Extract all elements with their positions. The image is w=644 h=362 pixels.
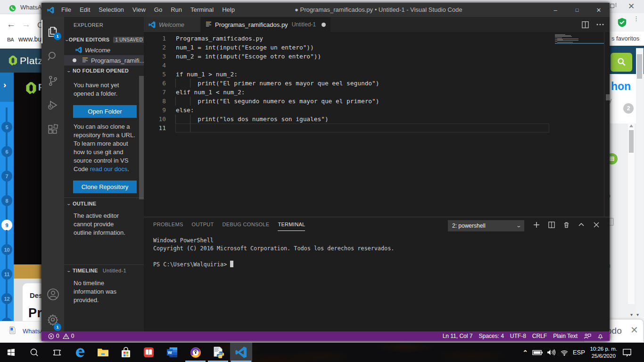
menu-run[interactable]: Run: [166, 3, 186, 17]
kill-terminal-trash-icon[interactable]: [563, 222, 570, 228]
lesson-step-8[interactable]: 8: [1, 195, 12, 206]
account-icon[interactable]: [41, 282, 64, 306]
new-terminal-icon[interactable]: [533, 222, 540, 228]
panel-tab-problems[interactable]: PROBLEMS: [153, 217, 183, 232]
dropdown-arrows-icon[interactable]: ▾▾: [630, 312, 643, 317]
open-editor-welcome[interactable]: Welcome: [64, 45, 144, 55]
rail-expand-chevron-icon[interactable]: ›: [3, 80, 6, 90]
extensions-view-icon[interactable]: [41, 117, 64, 142]
timeline-header[interactable]: ⌄ TIMELINE Untitled-1: [64, 264, 144, 276]
menu-go[interactable]: Go: [150, 3, 166, 17]
scroll-up-arrow-icon[interactable]: [629, 124, 633, 127]
tray-expand-icon[interactable]: ⌃: [522, 349, 528, 356]
terminal-selector[interactable]: 2: powershell ⌄: [448, 220, 524, 231]
source-control-view-icon[interactable]: [41, 68, 64, 93]
lesson-step-12[interactable]: 12: [1, 293, 12, 304]
bookmark-label[interactable]: s favoritos: [611, 35, 639, 42]
split-terminal-icon[interactable]: [548, 222, 555, 228]
forward-arrow-icon[interactable]: →: [22, 21, 30, 28]
tab-dirty-dot-icon[interactable]: [322, 23, 326, 27]
settings-gear-icon[interactable]: 1: [41, 307, 64, 332]
browser-menu-icon[interactable]: ⋮: [633, 17, 639, 20]
lesson-step-10[interactable]: 10: [1, 244, 12, 255]
platzi-brand-text[interactable]: Platz: [20, 55, 43, 66]
taskbar-store-button[interactable]: [115, 343, 137, 362]
lesson-step-7[interactable]: 7: [1, 171, 12, 181]
close-window-icon[interactable]: ✕: [628, 1, 635, 11]
minimap[interactable]: [554, 32, 604, 217]
no-folder-header[interactable]: ⌄ NO FOLDER OPENED: [64, 66, 144, 76]
popup-close-icon[interactable]: ✕: [630, 324, 638, 336]
code-editor[interactable]: 1Programas_ramificados.py2num_1 = int(in…: [144, 32, 610, 217]
open-editor-file[interactable]: Programas_ramifi...: [64, 55, 144, 66]
split-editor-icon[interactable]: [582, 21, 589, 28]
language-indicator[interactable]: ESP: [573, 349, 585, 356]
taskbar-explorer-button[interactable]: [92, 343, 114, 362]
clone-repository-button[interactable]: Clone Repository: [73, 181, 137, 193]
feedback-icon[interactable]: [584, 333, 591, 339]
open-editors-header[interactable]: ⌄ OPEN EDITORS 1 UNSAVED: [64, 34, 144, 45]
tab-welcome[interactable]: Welcome: [144, 17, 200, 32]
run-debug-view-icon[interactable]: [41, 93, 64, 117]
terminal-output[interactable]: Windows PowerShell Copyright (C) 2016 Mi…: [153, 237, 394, 269]
cursor-position[interactable]: Ln 11, Col 7: [443, 333, 473, 339]
menu-selection[interactable]: Selection: [94, 3, 128, 17]
language-mode[interactable]: Plain Text: [553, 333, 578, 339]
search-button[interactable]: [611, 53, 632, 72]
menu-file[interactable]: File: [57, 3, 75, 17]
open-folder-button[interactable]: Open Folder: [73, 105, 137, 118]
lesson-step-11[interactable]: 11: [1, 269, 12, 280]
close-button[interactable]: ✕: [588, 3, 610, 17]
explorer-view-icon[interactable]: 1: [41, 19, 64, 44]
search-view-icon[interactable]: [41, 44, 64, 68]
taskbar-avast-button[interactable]: [184, 343, 206, 362]
tab-active-file[interactable]: Programas_ramificados.py Untitled-1: [201, 17, 330, 32]
taskbar-python-button[interactable]: [207, 343, 229, 362]
notifications-bell-icon[interactable]: [597, 333, 603, 339]
adblock-shield-icon[interactable]: [617, 17, 627, 27]
minimize-button[interactable]: –: [545, 3, 566, 17]
card-tab-label[interactable]: Des: [30, 291, 42, 299]
panel-tab-terminal[interactable]: TERMINAL: [278, 217, 305, 232]
menu-help[interactable]: Help: [218, 3, 239, 17]
lesson-step-5[interactable]: 5: [1, 122, 12, 132]
battery-icon[interactable]: [532, 350, 543, 355]
vscode-titlebar[interactable]: FileEditSelectionViewGoRunTerminalHelp ●…: [41, 3, 610, 17]
more-actions-icon[interactable]: [596, 24, 604, 25]
taskbar-search-button[interactable]: [23, 343, 45, 362]
taskbar-edge-button[interactable]: [69, 343, 91, 362]
course-title-fragment[interactable]: hon: [611, 80, 631, 93]
taskbar-start-button[interactable]: [0, 343, 22, 362]
page-scrollbar[interactable]: [636, 48, 644, 343]
panel-tab-output[interactable]: OUTPUT: [192, 217, 214, 232]
maximize-panel-icon[interactable]: [578, 222, 585, 228]
menu-view[interactable]: View: [128, 3, 150, 17]
encoding[interactable]: UTF-8: [510, 333, 526, 339]
back-arrow-icon[interactable]: ←: [7, 21, 15, 28]
maximize-button[interactable]: □: [566, 3, 588, 17]
problems-status[interactable]: 0 0: [48, 333, 74, 339]
wifi-icon[interactable]: [560, 349, 569, 356]
taskbar-taskview-button[interactable]: [46, 343, 68, 362]
inner-scrollbar-thumb[interactable]: [629, 130, 634, 153]
sidebar-scrollbar[interactable]: [139, 76, 144, 199]
panel-tab-debug-console[interactable]: DEBUG CONSOLE: [223, 217, 270, 232]
lesson-step-6[interactable]: 6: [1, 146, 12, 157]
lesson-step-9[interactable]: 9: [1, 220, 12, 230]
tray-clock[interactable]: 10:26 p. m. 25/6/2020: [590, 346, 617, 360]
menu-terminal[interactable]: Terminal: [186, 3, 218, 17]
video-player-area[interactable]: P: [14, 73, 42, 264]
menu-edit[interactable]: Edit: [75, 3, 94, 17]
indentation[interactable]: Spaces: 4: [479, 333, 504, 339]
restore-window-icon[interactable]: [610, 4, 614, 8]
taskbar-books-button[interactable]: [138, 343, 160, 362]
taskbar-word-button[interactable]: W: [161, 343, 183, 362]
read-docs-link[interactable]: read our docs: [90, 165, 128, 173]
volume-icon[interactable]: [547, 349, 556, 356]
action-center-icon[interactable]: [622, 348, 632, 357]
page-scrollbar-thumb[interactable]: [637, 54, 642, 79]
taskbar-vscode-button[interactable]: [230, 343, 252, 362]
inner-scrollbar[interactable]: [628, 123, 635, 304]
download-item-label[interactable]: WhatsA: [23, 328, 44, 335]
eol-sequence[interactable]: CRLF: [532, 333, 547, 339]
